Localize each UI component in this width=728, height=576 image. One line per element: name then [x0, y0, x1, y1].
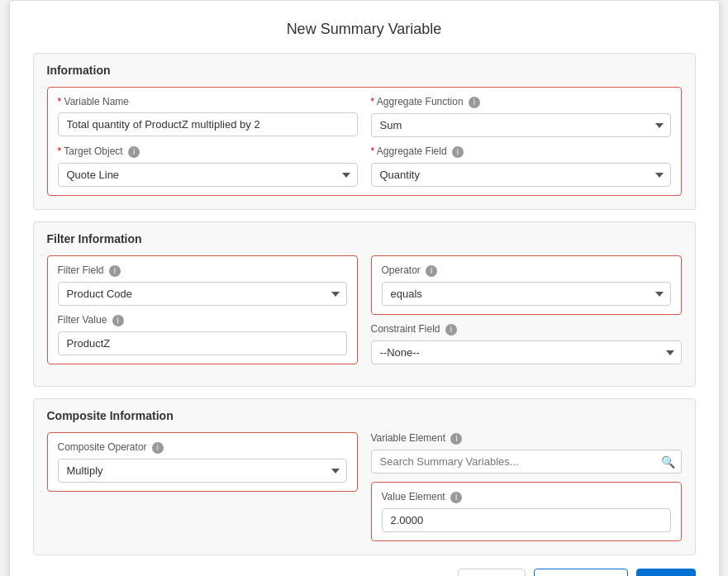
target-object-info-icon: i	[128, 146, 140, 158]
information-fields-box: * Variable Name * Aggregate Function i S…	[47, 87, 682, 196]
filter-field-select[interactable]: Product Code Product Name Category	[59, 283, 346, 305]
aggregate-function-group: * Aggregate Function i Sum Average Count…	[371, 96, 671, 137]
variable-element-search-input[interactable]	[371, 450, 682, 474]
filter-field-select-wrapper: Product Code Product Name Category	[58, 282, 347, 306]
operator-select-wrapper: equals not equals contains starts with	[382, 282, 671, 306]
filter-value-info-icon: i	[112, 315, 124, 326]
composite-operator-box: Composite Operator i Multiply Add Subtra…	[47, 432, 358, 492]
aggregate-function-select[interactable]: Sum Average Count Max Min	[372, 114, 670, 136]
filter-right-col: Operator i equals not equals contains st…	[371, 255, 682, 373]
aggregate-field-info-icon: i	[452, 146, 464, 158]
operator-info-icon: i	[426, 265, 437, 277]
target-object-group: * Target Object i Quote Line Quote Produ…	[58, 145, 358, 187]
constraint-field-select[interactable]: --None-- Option A Option B	[372, 341, 681, 364]
variable-element-search-wrapper: 🔍	[371, 450, 682, 474]
value-element-info-icon: i	[450, 492, 462, 503]
operator-label: Operator i	[382, 264, 671, 277]
composite-operator-select[interactable]: Multiply Add Subtract Divide	[59, 459, 346, 482]
information-section-title: Information	[47, 64, 682, 77]
target-object-label: * Target Object i	[58, 145, 358, 158]
constraint-field-info-icon: i	[445, 324, 457, 336]
filter-information-section: Filter Information Filter Field i Produc…	[33, 221, 696, 387]
aggregate-field-group: * Aggregate Field i Quantity Price Disco…	[371, 145, 671, 187]
aggregate-field-label: * Aggregate Field i	[371, 145, 671, 158]
value-element-group: Value Element i	[382, 491, 671, 532]
composite-information-section: Composite Information Composite Operator…	[33, 398, 696, 555]
variable-name-required: *	[58, 96, 62, 107]
composite-row: Composite Operator i Multiply Add Subtra…	[47, 432, 682, 541]
save-button[interactable]: Save	[636, 569, 696, 576]
filter-field-group: Filter Field i Product Code Product Name…	[58, 264, 347, 306]
constraint-field-label: Constraint Field i	[371, 323, 682, 336]
value-element-box: Value Element i	[371, 482, 682, 541]
value-element-label: Value Element i	[382, 491, 671, 503]
modal-footer: Cancel Save & New Save	[33, 569, 696, 576]
search-icon: 🔍	[661, 455, 675, 469]
operator-select[interactable]: equals not equals contains starts with	[383, 283, 670, 305]
modal-title: New Summary Variable	[33, 21, 696, 38]
constraint-field-select-wrapper: --None-- Option A Option B	[371, 340, 682, 364]
composite-right-col: Variable Element i 🔍 Value Element i	[371, 432, 682, 541]
aggregate-function-label: * Aggregate Function i	[371, 96, 671, 108]
variable-element-group: Variable Element i 🔍	[371, 432, 682, 474]
aggregate-function-required: *	[371, 96, 375, 107]
aggregate-field-required: *	[371, 145, 375, 157]
target-object-select-wrapper: Quote Line Quote Product	[58, 163, 358, 187]
aggregate-field-select[interactable]: Quantity Price Discount	[372, 164, 670, 186]
value-element-input[interactable]	[382, 508, 671, 532]
information-section: Information * Variable Name * Aggregate …	[33, 53, 696, 210]
information-row1: * Variable Name * Aggregate Function i S…	[58, 96, 671, 137]
aggregate-function-select-wrapper: Sum Average Count Max Min	[371, 113, 671, 137]
variable-name-input[interactable]	[58, 112, 358, 136]
target-object-select[interactable]: Quote Line Quote Product	[59, 164, 357, 186]
aggregate-field-select-wrapper: Quantity Price Discount	[371, 163, 671, 187]
filter-value-input[interactable]	[58, 331, 347, 355]
filter-left-box: Filter Field i Product Code Product Name…	[47, 255, 358, 364]
information-row2: * Target Object i Quote Line Quote Produ…	[58, 145, 671, 187]
constraint-field-group: Constraint Field i --None-- Option A Opt…	[371, 323, 682, 364]
filter-section-title: Filter Information	[47, 232, 682, 245]
filter-field-label: Filter Field i	[58, 264, 347, 277]
operator-box: Operator i equals not equals contains st…	[371, 255, 682, 315]
aggregate-function-info-icon: i	[469, 97, 480, 108]
composite-operator-label: Composite Operator i	[58, 441, 347, 454]
variable-element-info-icon: i	[450, 433, 462, 445]
composite-operator-info-icon: i	[152, 442, 164, 454]
variable-element-label: Variable Element i	[371, 432, 682, 445]
save-new-button[interactable]: Save & New	[534, 569, 628, 576]
filter-row: Filter Field i Product Code Product Name…	[47, 255, 682, 373]
composite-operator-group: Composite Operator i Multiply Add Subtra…	[58, 441, 347, 483]
target-object-required: *	[58, 145, 62, 157]
operator-group: Operator i equals not equals contains st…	[382, 264, 671, 306]
modal-container: New Summary Variable Information * Varia…	[9, 0, 720, 576]
filter-value-group: Filter Value i	[58, 314, 347, 355]
variable-name-group: * Variable Name	[58, 96, 358, 137]
composite-section-title: Composite Information	[47, 409, 682, 422]
cancel-button[interactable]: Cancel	[458, 569, 526, 576]
filter-field-info-icon: i	[109, 265, 121, 277]
variable-name-label: * Variable Name	[58, 96, 358, 107]
filter-value-label: Filter Value i	[58, 314, 347, 326]
composite-operator-select-wrapper: Multiply Add Subtract Divide	[58, 459, 347, 483]
